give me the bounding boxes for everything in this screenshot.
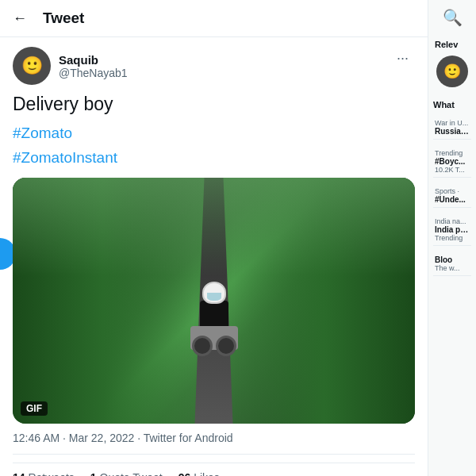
rider-figure bbox=[190, 282, 238, 350]
tweet-stats: 14 Retweets 1 Quote Tweet 96 Likes bbox=[13, 463, 415, 476]
trend-count-1: 10.2K T... bbox=[435, 166, 470, 174]
quote-label: Quote Tweet bbox=[100, 471, 163, 476]
trend-name-1: #Boyc... bbox=[435, 157, 470, 166]
helmet bbox=[202, 282, 226, 304]
retweets-stat[interactable]: 14 Retweets bbox=[13, 471, 75, 476]
likes-stat[interactable]: 96 Likes bbox=[178, 471, 220, 476]
tweet-top-row: 🙂 Saquib @TheNayab1 ··· bbox=[13, 47, 415, 85]
retweets-count: 14 bbox=[13, 471, 25, 476]
trend-name-2: #Unde... bbox=[435, 195, 470, 204]
trend-the-w-label: The w... bbox=[435, 264, 470, 272]
trend-bloo-label: Bloo bbox=[435, 255, 470, 264]
user-info: 🙂 Saquib @TheNayab1 bbox=[13, 47, 128, 85]
relevant-label: Relev bbox=[433, 40, 471, 49]
gif-scene: GIF bbox=[13, 178, 415, 424]
hashtag-zomato[interactable]: #Zomato bbox=[13, 121, 415, 145]
more-options-button[interactable]: ··· bbox=[390, 47, 415, 70]
trend-category-1: Trending bbox=[435, 149, 470, 157]
user-text: Saquib @TheNayab1 bbox=[59, 53, 128, 79]
stats-divider bbox=[13, 454, 415, 455]
motorcycle bbox=[190, 326, 238, 350]
main-column: ← Tweet 🙂 Saquib @TheNayab1 ··· Delivery… bbox=[0, 0, 428, 476]
trend-item-1[interactable]: Trending #Boyc... 10.2K T... bbox=[433, 146, 471, 178]
trend-item-2[interactable]: Sports · #Unde... bbox=[433, 184, 471, 208]
sky-overlay bbox=[13, 178, 415, 276]
user-name[interactable]: Saquib bbox=[59, 53, 128, 67]
search-icon[interactable]: 🔍 bbox=[443, 8, 463, 27]
likes-label: Likes bbox=[194, 471, 220, 476]
what-label: What bbox=[433, 100, 471, 109]
trend-category-3: India na... bbox=[435, 217, 470, 225]
tweet-gif-image[interactable]: GIF bbox=[13, 178, 415, 424]
user-handle[interactable]: @TheNayab1 bbox=[59, 67, 128, 79]
trend-name-3: India p... Singh, Shahe... bbox=[435, 225, 470, 234]
hashtag-zomatoinstant[interactable]: #ZomatoInstant bbox=[13, 146, 415, 170]
back-button[interactable]: ← bbox=[13, 10, 27, 27]
right-sidebar: 🔍 Relev 🙂 What War in U... Russia-Ukrain… bbox=[428, 0, 476, 476]
trend-category-2: Sports · bbox=[435, 187, 470, 195]
quote-tweet-stat[interactable]: 1 Quote Tweet bbox=[90, 471, 163, 476]
trend-item-3[interactable]: India na... India p... Singh, Shahe... T… bbox=[433, 214, 471, 246]
likes-count: 96 bbox=[178, 471, 191, 476]
tweet-timestamp: 12:46 AM · Mar 22, 2022 · Twitter for An… bbox=[13, 432, 415, 444]
gif-badge: GIF bbox=[21, 401, 48, 416]
tweet-header: ← Tweet bbox=[0, 0, 428, 37]
avatar[interactable]: 🙂 bbox=[13, 47, 51, 85]
trend-item-0[interactable]: War in U... Russia-Ukraine bbox=[433, 116, 471, 140]
trend-name-0: Russia-Ukraine bbox=[435, 127, 470, 136]
tweet-text: Delivery boy bbox=[13, 91, 415, 117]
sidebar-avatar[interactable]: 🙂 bbox=[436, 56, 468, 87]
trend-category-0: War in U... bbox=[435, 119, 470, 127]
tweet-container: 🙂 Saquib @TheNayab1 ··· Delivery boy #Zo… bbox=[0, 37, 428, 476]
page-title: Tweet bbox=[43, 10, 84, 27]
trend-bloo[interactable]: Bloo The w... bbox=[433, 252, 471, 276]
quote-count: 1 bbox=[90, 471, 97, 476]
trend-count-3: Trending bbox=[435, 234, 470, 242]
retweets-label: Retweets bbox=[28, 471, 74, 476]
